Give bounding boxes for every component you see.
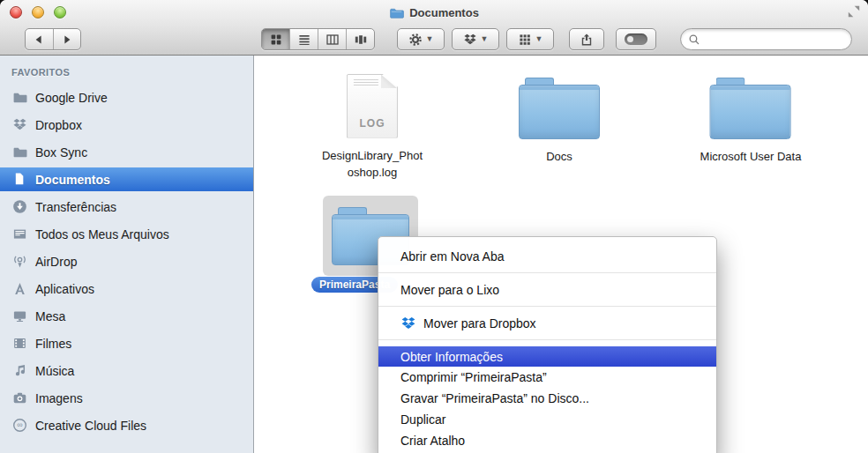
- menu-item-gravar-primeirapasta-no-disco[interactable]: Gravar “PrimeiraPasta” no Disco...: [378, 388, 716, 409]
- chevron-down-icon: ▼: [481, 35, 489, 43]
- sidebar-item-label: Documentos: [35, 173, 110, 187]
- menu-item-label: Criar Atalho: [400, 434, 465, 448]
- file-label: Docs: [519, 149, 600, 166]
- movies-icon: [12, 336, 27, 351]
- search-icon: [688, 33, 700, 46]
- sidebar-item-mesa[interactable]: Mesa: [0, 304, 253, 328]
- menu-item-label: Gravar “PrimeiraPasta” no Disco...: [400, 391, 589, 405]
- search-input[interactable]: [704, 32, 844, 47]
- menu-item-label: Duplicar: [400, 412, 445, 427]
- file-label: Microsoft User Data: [700, 149, 802, 166]
- folder-icon: [12, 90, 27, 105]
- sidebar-item-airdrop[interactable]: AirDrop: [0, 249, 253, 273]
- camera-icon: [12, 390, 27, 405]
- sidebar-item-label: Imagens: [35, 391, 83, 405]
- sidebar-item-label: Creative Cloud Files: [35, 419, 146, 433]
- menu-item-criar-atalho[interactable]: Criar Atalho: [378, 430, 716, 451]
- coverflow-view-icon: [354, 33, 368, 47]
- view-segment-list-view[interactable]: [290, 29, 318, 49]
- dropbox-icon: [400, 316, 416, 331]
- file-item-designlibrary-photoshop-log[interactable]: LOGDesignLibrary_Phot oshop.log: [322, 73, 423, 182]
- file-item-microsoft-user-data[interactable]: Microsoft User Data: [700, 78, 802, 166]
- tags-toggle-button[interactable]: [616, 28, 656, 50]
- sidebar-item-label: Transferências: [35, 200, 116, 214]
- log-file-icon: LOG: [347, 74, 398, 138]
- menu-item-label: Obter Informações: [400, 350, 503, 364]
- view-segment-coverflow-view[interactable]: [347, 29, 374, 49]
- all-files-icon: [12, 226, 27, 241]
- sidebar-item-label: Dropbox: [35, 118, 82, 132]
- forward-button[interactable]: [54, 29, 81, 49]
- sidebar-item-label: Aplicativos: [35, 282, 94, 296]
- file-view: LOGDesignLibrary_Phot oshop.logDocsMicro…: [255, 56, 868, 453]
- sidebar-item-label: AirDrop: [35, 255, 77, 269]
- sidebar-item-todos-os-meus-arquivos[interactable]: Todos os Meus Arquivos: [0, 222, 253, 246]
- nav-buttons: [25, 28, 81, 50]
- sidebar-item-imagens[interactable]: Imagens: [0, 386, 253, 410]
- sidebar-item-m-sica[interactable]: Música: [0, 359, 253, 382]
- arrange-menu-button[interactable]: ▼: [506, 28, 554, 50]
- search-field[interactable]: [680, 28, 852, 50]
- folder-icon: [710, 78, 791, 139]
- window-title: Documentos: [0, 5, 868, 20]
- view-segment-icon-view[interactable]: [262, 29, 290, 49]
- dropbox-icon: [463, 33, 477, 47]
- menu-item-comprimir-primeirapasta[interactable]: Comprimir “PrimeiraPasta”: [378, 367, 716, 388]
- download-icon: [12, 199, 27, 214]
- context-menu: Abrir em Nova AbaMover para o LixoMover …: [378, 236, 717, 453]
- menu-item-label: Abrir em Nova Aba: [400, 249, 505, 264]
- sidebar-item-label: Música: [35, 364, 74, 378]
- sidebar-item-aplicativos[interactable]: Aplicativos: [0, 277, 253, 301]
- sidebar-item-label: Box Sync: [35, 145, 87, 160]
- gear-icon: [408, 33, 423, 47]
- sidebar-item-creative-cloud-files[interactable]: ∞Creative Cloud Files: [0, 413, 253, 437]
- sidebar-item-label: Filmes: [35, 337, 71, 351]
- file-label: DesignLibrary_Phot oshop.log: [322, 148, 423, 182]
- creative-cloud-icon: ∞: [12, 418, 27, 433]
- chevron-down-icon: ▼: [535, 35, 543, 43]
- back-button[interactable]: [26, 29, 54, 49]
- sidebar-item-box-sync[interactable]: Box Sync: [0, 140, 253, 164]
- menu-item-abrir-em-nova-aba[interactable]: Abrir em Nova Aba: [378, 240, 716, 272]
- sidebar-item-filmes[interactable]: Filmes: [0, 331, 253, 355]
- sidebar-item-google-drive[interactable]: Google Drive: [0, 85, 253, 109]
- sidebar-item-label: Todos os Meus Arquivos: [35, 227, 169, 241]
- menu-item-label: Mover para o Lixo: [400, 283, 499, 297]
- dropbox-menu-button[interactable]: ▼: [452, 28, 499, 50]
- share-button[interactable]: [569, 28, 604, 50]
- sidebar-item-transfer-ncias[interactable]: Transferências: [0, 195, 253, 219]
- documents-icon: [12, 172, 27, 187]
- menu-item-obter-informações[interactable]: Obter Informações: [378, 346, 716, 367]
- folder-proxy-icon: [389, 5, 404, 20]
- dropbox-icon: [12, 117, 27, 132]
- menu-separator: [378, 339, 716, 340]
- sidebar-item-documentos[interactable]: Documentos: [0, 167, 253, 191]
- folder-icon: [12, 145, 27, 160]
- chevron-down-icon: ▼: [426, 35, 434, 43]
- column-view-icon: [326, 33, 340, 47]
- menu-item-duplicar[interactable]: Duplicar: [378, 409, 716, 430]
- file-item-docs[interactable]: Docs: [519, 78, 600, 166]
- window-title-text: Documentos: [409, 6, 479, 19]
- sidebar-item-label: Mesa: [35, 309, 65, 323]
- folder-icon: [519, 78, 600, 139]
- sidebar-item-dropbox[interactable]: Dropbox: [0, 113, 253, 137]
- sidebar-section-title: FAVORITOS: [11, 67, 253, 78]
- action-menu-button[interactable]: ▼: [397, 28, 445, 50]
- view-segment-column-view[interactable]: [318, 29, 347, 49]
- toggle-icon: [625, 33, 647, 45]
- menu-item-mover-para-o-lixo[interactable]: Mover para o Lixo: [378, 273, 716, 306]
- menu-item-label: Comprimir “PrimeiraPasta”: [400, 370, 547, 384]
- applications-icon: [12, 281, 27, 296]
- svg-text:∞: ∞: [17, 420, 22, 429]
- menu-item-mover-para-dropbox[interactable]: Mover para Dropbox: [378, 307, 716, 339]
- view-mode-segmented-control: [261, 28, 375, 50]
- sidebar-item-label: Google Drive: [35, 91, 108, 105]
- desktop-icon: [12, 308, 27, 323]
- menu-item-label: Mover para Dropbox: [423, 316, 536, 330]
- finder-window: Documentos ▼ ▼ ▼: [0, 0, 868, 453]
- window-chrome: Documentos ▼ ▼ ▼: [0, 0, 868, 56]
- music-icon: [12, 363, 27, 378]
- fullscreen-arrows-icon[interactable]: [847, 4, 861, 19]
- arrange-grid-icon: [518, 33, 532, 47]
